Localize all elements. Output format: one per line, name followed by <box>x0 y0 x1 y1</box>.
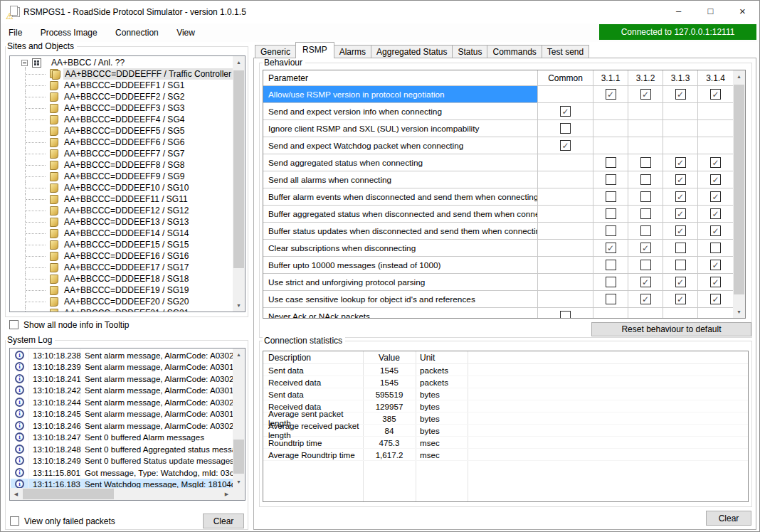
checkbox-cell[interactable] <box>698 240 733 257</box>
behaviour-row[interactable]: Ignore client RSMP and SXL (SUL) version… <box>263 120 733 137</box>
tree-vertical-scrollbar[interactable]: ▲ ▼ <box>233 56 245 312</box>
scroll-down-icon[interactable]: ▼ <box>233 299 245 312</box>
unchecked-checkbox[interactable] <box>606 174 616 185</box>
checkbox-cell[interactable] <box>628 274 663 291</box>
checkbox-cell[interactable] <box>538 103 593 120</box>
checkbox-cell[interactable] <box>698 206 733 223</box>
unchecked-checkbox[interactable] <box>640 191 651 202</box>
checkbox-cell[interactable] <box>698 257 733 274</box>
scrollbar-thumb[interactable] <box>23 489 114 499</box>
menu-connection[interactable]: Connection <box>107 23 167 41</box>
tree-node[interactable]: AA+BBCCC=DDDEEFF5 / SG5 <box>10 125 233 137</box>
system-log-list[interactable]: i13:10:18.238Sent alarm message, AlarmCo… <box>9 348 246 501</box>
parameter-cell[interactable]: Send all alarms when connecting <box>263 171 538 188</box>
checkbox-cell[interactable] <box>698 223 733 240</box>
log-clear-button[interactable]: Clear <box>203 514 244 528</box>
checked-checkbox[interactable] <box>710 225 721 236</box>
checked-checkbox[interactable] <box>640 243 651 253</box>
menu-file[interactable]: File <box>1 23 30 41</box>
column-header-3-1-2[interactable]: 3.1.2 <box>628 70 663 86</box>
checked-checkbox[interactable] <box>710 174 721 185</box>
log-row[interactable]: i13:10:18.247Sent 0 buffered Alarm messa… <box>11 432 233 444</box>
view-failed-packets-checkbox[interactable] <box>10 516 19 526</box>
scroll-down-icon[interactable]: ▼ <box>733 306 745 318</box>
checked-checkbox[interactable] <box>560 140 571 151</box>
tree-node[interactable]: AA+BBCCC=DDDEEF16 / SG16 <box>10 250 233 262</box>
checkbox-cell[interactable] <box>593 274 628 291</box>
unchecked-checkbox[interactable] <box>606 277 616 287</box>
checkbox-cell[interactable] <box>593 240 628 257</box>
unchecked-checkbox[interactable] <box>640 260 651 270</box>
log-row[interactable]: i13:10:18.246Sent alarm message, AlarmCo… <box>11 420 233 432</box>
checkbox-cell[interactable] <box>628 188 663 206</box>
checkbox-cell[interactable] <box>663 188 698 206</box>
tree-root-node[interactable]: AA+BBCC / Anl. ?? <box>10 57 233 68</box>
checked-checkbox[interactable] <box>710 208 721 219</box>
sites-tree[interactable]: AA+BBCC / Anl. ??AA+BBCCC=DDDEEFFF / Tra… <box>9 55 246 312</box>
tree-node[interactable]: AA+BBCCC=DDDEEFF3 / SG3 <box>10 102 233 114</box>
checkbox-cell[interactable] <box>593 171 628 188</box>
checkbox-cell[interactable] <box>628 240 663 257</box>
parameter-cell[interactable]: Allow/use RSMP version in protocol negot… <box>263 86 538 103</box>
reset-behaviour-button[interactable]: Reset behaviour to default <box>591 322 751 336</box>
tree-node[interactable]: AA+BBCCC=DDDEEFF8 / SG8 <box>10 159 233 171</box>
checked-checkbox[interactable] <box>710 294 721 304</box>
scroll-up-icon[interactable]: ▲ <box>733 70 745 83</box>
scroll-up-icon[interactable]: ▲ <box>233 349 245 361</box>
checked-checkbox[interactable] <box>710 277 721 287</box>
checked-checkbox[interactable] <box>640 277 651 287</box>
parameter-cell[interactable]: Never Ack or NAck packets <box>263 308 538 318</box>
column-header-3-1-1[interactable]: 3.1.1 <box>593 70 628 86</box>
checkbox-cell[interactable] <box>663 86 698 103</box>
checked-checkbox[interactable] <box>710 260 721 270</box>
checked-checkbox[interactable] <box>560 106 571 117</box>
parameter-cell[interactable]: Use case sensitive lookup for object id'… <box>263 291 538 308</box>
log-row[interactable]: i13:10:18.245Sent alarm message, AlarmCo… <box>11 408 233 420</box>
unchecked-checkbox[interactable] <box>560 123 571 134</box>
scrollbar-thumb[interactable] <box>233 70 244 268</box>
tree-node[interactable]: AA+BBCCC=DDDEEF14 / SG14 <box>10 228 233 239</box>
tab-commands[interactable]: Commands <box>487 45 542 58</box>
unchecked-checkbox[interactable] <box>606 191 616 202</box>
checkbox-cell[interactable] <box>593 206 628 223</box>
tab-generic[interactable]: Generic <box>255 45 296 58</box>
tree-node[interactable]: AA+BBCCC=DDDEEFF4 / SG4 <box>10 114 233 125</box>
checkbox-cell[interactable] <box>663 154 698 171</box>
tree-node[interactable]: AA+BBCCC=DDDEEFF7 / SG7 <box>10 148 233 159</box>
unchecked-checkbox[interactable] <box>640 208 651 219</box>
menu-process-image[interactable]: Process Image <box>33 23 105 41</box>
behaviour-row[interactable]: Send all alarms when connecting <box>263 171 733 188</box>
behaviour-row[interactable]: Buffer status updates when disconnected … <box>263 223 733 240</box>
checkbox-cell[interactable] <box>593 188 628 206</box>
checkbox-cell[interactable] <box>628 154 663 171</box>
stats-column-header-unit[interactable]: Unit <box>416 351 468 363</box>
log-row[interactable]: i13:10:18.244Sent alarm message, AlarmCo… <box>11 396 233 408</box>
behaviour-row[interactable]: Send aggregated status when connecting <box>263 154 733 171</box>
checkbox-cell[interactable] <box>628 171 663 188</box>
behaviour-row[interactable]: Send and expect version info when connec… <box>263 103 733 120</box>
stats-column-header-description[interactable]: Description <box>263 351 363 363</box>
tree-node[interactable]: AA+BBCCC=DDDEEF12 / SG12 <box>10 205 233 216</box>
behaviour-row[interactable]: Clear subscriptions when disconnecting <box>263 240 733 257</box>
column-header-3-1-4[interactable]: 3.1.4 <box>698 70 733 86</box>
scrollbar-thumb[interactable] <box>233 440 244 474</box>
stats-row[interactable]: Roundtrip time475.3msec <box>263 437 748 449</box>
log-row[interactable]: i13:11:15.801Got message, Type: Watchdog… <box>11 467 233 479</box>
parameter-cell[interactable]: Buffer alarm events when disconnected an… <box>263 188 538 206</box>
log-horizontal-scrollbar[interactable]: ◀ ▶ <box>10 488 233 500</box>
checkbox-cell[interactable] <box>663 274 698 291</box>
show-node-info-checkbox[interactable] <box>9 320 19 329</box>
unchecked-checkbox[interactable] <box>606 260 616 270</box>
checkbox-cell[interactable] <box>538 137 593 154</box>
parameter-cell[interactable]: Clear subscriptions when disconnecting <box>263 240 538 257</box>
collapse-toggle-icon[interactable] <box>21 60 28 66</box>
tree-node[interactable]: AA+BBCCC=DDDEEF11 / SG11 <box>10 193 233 205</box>
checked-checkbox[interactable] <box>606 243 616 253</box>
unchecked-checkbox[interactable] <box>675 243 686 253</box>
checked-checkbox[interactable] <box>640 89 651 100</box>
log-row[interactable]: i13:10:18.248Sent 0 buffered Aggregated … <box>11 443 233 455</box>
scrollbar-thumb[interactable] <box>734 85 744 294</box>
checkbox-cell[interactable] <box>628 206 663 223</box>
log-row[interactable]: i13:10:18.249Sent 0 buffered Status upda… <box>11 455 233 467</box>
checkbox-cell[interactable] <box>663 291 698 308</box>
